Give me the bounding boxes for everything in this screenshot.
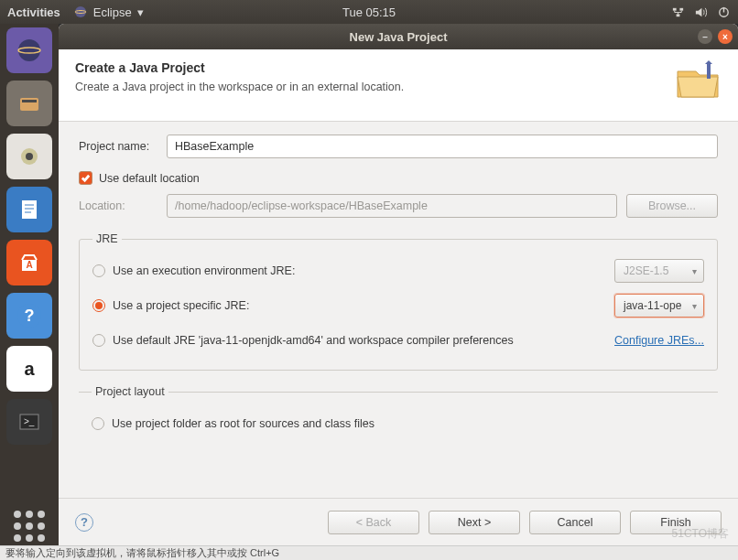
location-input xyxy=(167,194,617,218)
header-subtitle: Create a Java project in the workspace o… xyxy=(75,81,404,93)
app-menu[interactable]: Eclipse ▾ xyxy=(73,5,144,19)
svg-point-0 xyxy=(75,6,86,17)
launcher-help[interactable]: ? xyxy=(6,293,52,339)
gnome-topbar: Activities Eclipse ▾ Tue 05:15 xyxy=(0,0,738,24)
eclipse-icon xyxy=(73,5,88,19)
clock: Tue 05:15 xyxy=(342,5,396,19)
svg-point-7 xyxy=(18,39,40,61)
window-title: New Java Project xyxy=(350,30,448,44)
launcher-terminal[interactable]: >_ xyxy=(6,399,52,445)
next-button[interactable]: Next > xyxy=(429,511,520,534)
launcher-writer[interactable] xyxy=(6,187,52,232)
folder-icon xyxy=(674,60,722,104)
wizard-content: Project name: Use default location Locat… xyxy=(59,122,738,464)
finish-button[interactable]: Finish xyxy=(630,511,722,534)
svg-rect-4 xyxy=(677,14,680,16)
launcher-apps-grid[interactable] xyxy=(14,511,45,542)
svg-text:?: ? xyxy=(25,307,35,325)
radio-env-jre[interactable] xyxy=(92,264,105,277)
help-icon[interactable]: ? xyxy=(75,513,93,532)
volume-icon xyxy=(694,5,708,19)
header-title: Create a Java Project xyxy=(75,60,404,75)
svg-point-12 xyxy=(26,153,33,160)
close-button[interactable]: × xyxy=(718,29,733,44)
svg-rect-22 xyxy=(707,64,711,79)
svg-rect-13 xyxy=(22,200,37,219)
vm-hint-bar: 要将输入定向到该虚拟机，请将鼠标指针移入其中或按 Ctrl+G xyxy=(0,545,738,560)
browse-button: Browse... xyxy=(626,194,718,218)
minimize-button[interactable]: – xyxy=(698,29,712,44)
specific-jre-select[interactable]: java-11-ope xyxy=(614,294,704,318)
system-tray[interactable] xyxy=(671,5,731,19)
wizard-footer: ? < Back Next > Cancel Finish xyxy=(59,498,738,545)
configure-jres-link[interactable]: Configure JREs... xyxy=(614,334,704,347)
radio-root-folder[interactable] xyxy=(92,417,104,430)
checkbox-icon xyxy=(79,171,92,185)
use-default-location-checkbox[interactable]: Use default location xyxy=(79,171,718,185)
titlebar: New Java Project – × xyxy=(59,24,738,49)
radio-specific-jre[interactable] xyxy=(92,299,105,312)
cancel-button[interactable]: Cancel xyxy=(529,511,621,534)
project-name-label: Project name: xyxy=(79,140,167,153)
radio-default-jre[interactable] xyxy=(92,334,105,347)
launcher-eclipse[interactable] xyxy=(6,27,52,73)
launcher-rhythmbox[interactable] xyxy=(6,134,52,179)
svg-rect-3 xyxy=(679,7,683,10)
svg-rect-10 xyxy=(22,100,37,102)
jre-group: JRE Use an execution environment JRE: J2… xyxy=(79,232,718,371)
svg-marker-23 xyxy=(705,60,712,64)
svg-text:A: A xyxy=(26,260,32,270)
activities-button[interactable]: Activities xyxy=(7,5,60,19)
launcher-files[interactable] xyxy=(6,81,52,126)
launcher-amazon[interactable]: a xyxy=(6,346,52,392)
location-label: Location: xyxy=(79,199,167,212)
wizard-header: Create a Java Project Create a Java proj… xyxy=(59,49,738,122)
launcher-software[interactable]: A xyxy=(6,240,52,285)
project-name-input[interactable] xyxy=(167,135,718,158)
power-icon xyxy=(717,5,731,19)
svg-rect-2 xyxy=(673,7,677,10)
network-icon xyxy=(671,5,685,19)
env-jre-select: J2SE-1.5 xyxy=(614,259,704,283)
svg-text:>_: >_ xyxy=(24,416,35,426)
back-button: < Back xyxy=(328,511,419,534)
dialog-window: New Java Project – × Create a Java Proje… xyxy=(59,24,738,545)
ubuntu-launcher: A ? a >_ xyxy=(0,24,59,560)
project-layout-group: Project layout Use project folder as roo… xyxy=(79,385,718,464)
